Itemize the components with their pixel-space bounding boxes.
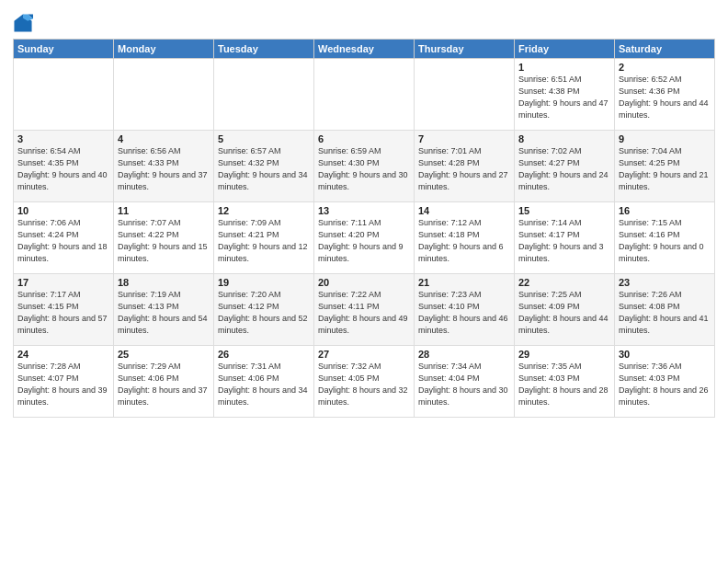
col-header-wednesday: Wednesday	[314, 40, 415, 59]
day-info: Sunrise: 7:29 AM Sunset: 4:06 PM Dayligh…	[118, 361, 210, 408]
day-cell: 26Sunrise: 7:31 AM Sunset: 4:06 PM Dayli…	[214, 346, 314, 418]
day-number: 22	[518, 277, 610, 288]
day-cell: 24Sunrise: 7:28 AM Sunset: 4:07 PM Dayli…	[14, 346, 114, 418]
day-info: Sunrise: 6:54 AM Sunset: 4:35 PM Dayligh…	[17, 145, 109, 193]
day-number: 15	[518, 205, 610, 216]
day-cell: 17Sunrise: 7:17 AM Sunset: 4:15 PM Dayli…	[14, 274, 114, 346]
day-number: 24	[17, 349, 109, 360]
day-cell: 2Sunrise: 6:52 AM Sunset: 4:36 PM Daylig…	[615, 59, 715, 131]
day-number: 21	[418, 277, 510, 288]
day-number: 14	[418, 205, 510, 216]
day-info: Sunrise: 7:34 AM Sunset: 4:04 PM Dayligh…	[418, 361, 510, 408]
day-cell: 18Sunrise: 7:19 AM Sunset: 4:13 PM Dayli…	[114, 274, 214, 346]
day-cell: 25Sunrise: 7:29 AM Sunset: 4:06 PM Dayli…	[114, 346, 214, 418]
day-cell: 22Sunrise: 7:25 AM Sunset: 4:09 PM Dayli…	[515, 274, 615, 346]
day-info: Sunrise: 7:19 AM Sunset: 4:13 PM Dayligh…	[118, 289, 210, 337]
day-info: Sunrise: 7:12 AM Sunset: 4:18 PM Dayligh…	[418, 217, 510, 265]
day-number: 25	[118, 349, 210, 360]
day-number: 29	[518, 349, 610, 360]
page: SundayMondayTuesdayWednesdayThursdayFrid…	[0, 0, 728, 563]
day-number: 17	[17, 277, 109, 288]
day-number: 19	[218, 277, 310, 288]
day-cell: 12Sunrise: 7:09 AM Sunset: 4:21 PM Dayli…	[214, 202, 314, 274]
day-cell: 11Sunrise: 7:07 AM Sunset: 4:22 PM Dayli…	[114, 202, 214, 274]
day-info: Sunrise: 7:01 AM Sunset: 4:28 PM Dayligh…	[418, 145, 510, 193]
day-number: 6	[318, 133, 410, 144]
day-info: Sunrise: 7:06 AM Sunset: 4:24 PM Dayligh…	[17, 217, 109, 265]
day-cell: 16Sunrise: 7:15 AM Sunset: 4:16 PM Dayli…	[615, 202, 715, 274]
day-info: Sunrise: 7:17 AM Sunset: 4:15 PM Dayligh…	[17, 289, 109, 337]
day-number: 30	[619, 349, 711, 360]
day-info: Sunrise: 7:09 AM Sunset: 4:21 PM Dayligh…	[218, 217, 310, 265]
day-number: 4	[118, 133, 210, 144]
day-number: 26	[218, 349, 310, 360]
col-header-sunday: Sunday	[14, 40, 114, 59]
day-number: 28	[418, 349, 510, 360]
day-cell: 28Sunrise: 7:34 AM Sunset: 4:04 PM Dayli…	[415, 346, 515, 418]
day-cell: 15Sunrise: 7:14 AM Sunset: 4:17 PM Dayli…	[515, 202, 615, 274]
day-number: 7	[418, 133, 510, 144]
week-row-3: 17Sunrise: 7:17 AM Sunset: 4:15 PM Dayli…	[14, 274, 715, 346]
day-cell: 4Sunrise: 6:56 AM Sunset: 4:33 PM Daylig…	[114, 131, 214, 202]
day-cell	[415, 59, 515, 131]
col-header-friday: Friday	[515, 40, 615, 59]
day-cell: 1Sunrise: 6:51 AM Sunset: 4:38 PM Daylig…	[515, 59, 615, 131]
day-info: Sunrise: 7:26 AM Sunset: 4:08 PM Dayligh…	[619, 289, 711, 337]
day-cell: 14Sunrise: 7:12 AM Sunset: 4:18 PM Dayli…	[415, 202, 515, 274]
day-info: Sunrise: 6:56 AM Sunset: 4:33 PM Dayligh…	[118, 145, 210, 193]
col-header-tuesday: Tuesday	[214, 40, 314, 59]
day-cell: 30Sunrise: 7:36 AM Sunset: 4:03 PM Dayli…	[615, 346, 715, 418]
day-cell: 8Sunrise: 7:02 AM Sunset: 4:27 PM Daylig…	[515, 131, 615, 202]
header	[13, 9, 715, 33]
day-info: Sunrise: 7:07 AM Sunset: 4:22 PM Dayligh…	[118, 217, 210, 265]
day-info: Sunrise: 7:31 AM Sunset: 4:06 PM Dayligh…	[218, 361, 310, 408]
day-number: 9	[619, 133, 711, 144]
day-info: Sunrise: 7:25 AM Sunset: 4:09 PM Dayligh…	[518, 289, 610, 337]
day-number: 5	[218, 133, 310, 144]
day-number: 27	[318, 349, 410, 360]
day-number: 12	[218, 205, 310, 216]
week-row-4: 24Sunrise: 7:28 AM Sunset: 4:07 PM Dayli…	[14, 346, 715, 418]
week-row-2: 10Sunrise: 7:06 AM Sunset: 4:24 PM Dayli…	[14, 202, 715, 274]
day-number: 1	[518, 62, 610, 73]
day-cell: 7Sunrise: 7:01 AM Sunset: 4:28 PM Daylig…	[415, 131, 515, 202]
day-cell	[314, 59, 415, 131]
day-number: 13	[318, 205, 410, 216]
day-info: Sunrise: 7:35 AM Sunset: 4:03 PM Dayligh…	[518, 361, 610, 408]
day-cell: 10Sunrise: 7:06 AM Sunset: 4:24 PM Dayli…	[14, 202, 114, 274]
day-cell	[14, 59, 114, 131]
calendar-table: SundayMondayTuesdayWednesdayThursdayFrid…	[13, 39, 715, 418]
col-header-saturday: Saturday	[615, 40, 715, 59]
day-info: Sunrise: 7:22 AM Sunset: 4:11 PM Dayligh…	[318, 289, 410, 337]
week-row-0: 1Sunrise: 6:51 AM Sunset: 4:38 PM Daylig…	[14, 59, 715, 131]
day-info: Sunrise: 6:51 AM Sunset: 4:38 PM Dayligh…	[518, 74, 610, 121]
day-number: 23	[619, 277, 711, 288]
day-number: 10	[17, 205, 109, 216]
col-header-monday: Monday	[114, 40, 214, 59]
day-info: Sunrise: 7:11 AM Sunset: 4:20 PM Dayligh…	[318, 217, 410, 265]
day-cell: 13Sunrise: 7:11 AM Sunset: 4:20 PM Dayli…	[314, 202, 415, 274]
day-cell: 29Sunrise: 7:35 AM Sunset: 4:03 PM Dayli…	[515, 346, 615, 418]
day-info: Sunrise: 6:57 AM Sunset: 4:32 PM Dayligh…	[218, 145, 310, 193]
day-info: Sunrise: 7:32 AM Sunset: 4:05 PM Dayligh…	[318, 361, 410, 408]
day-info: Sunrise: 7:28 AM Sunset: 4:07 PM Dayligh…	[17, 361, 109, 408]
day-info: Sunrise: 7:15 AM Sunset: 4:16 PM Dayligh…	[619, 217, 711, 265]
day-cell: 3Sunrise: 6:54 AM Sunset: 4:35 PM Daylig…	[14, 131, 114, 202]
day-info: Sunrise: 7:04 AM Sunset: 4:25 PM Dayligh…	[619, 145, 711, 193]
day-cell: 27Sunrise: 7:32 AM Sunset: 4:05 PM Dayli…	[314, 346, 415, 418]
day-number: 8	[518, 133, 610, 144]
day-cell: 20Sunrise: 7:22 AM Sunset: 4:11 PM Dayli…	[314, 274, 415, 346]
logo	[13, 13, 37, 33]
header-row: SundayMondayTuesdayWednesdayThursdayFrid…	[14, 40, 715, 59]
day-cell: 21Sunrise: 7:23 AM Sunset: 4:10 PM Dayli…	[415, 274, 515, 346]
day-info: Sunrise: 7:14 AM Sunset: 4:17 PM Dayligh…	[518, 217, 610, 265]
day-cell: 19Sunrise: 7:20 AM Sunset: 4:12 PM Dayli…	[214, 274, 314, 346]
day-cell: 6Sunrise: 6:59 AM Sunset: 4:30 PM Daylig…	[314, 131, 415, 202]
day-cell: 9Sunrise: 7:04 AM Sunset: 4:25 PM Daylig…	[615, 131, 715, 202]
day-number: 3	[17, 133, 109, 144]
day-number: 20	[318, 277, 410, 288]
day-number: 2	[619, 62, 711, 73]
col-header-thursday: Thursday	[415, 40, 515, 59]
day-cell	[214, 59, 314, 131]
day-info: Sunrise: 7:23 AM Sunset: 4:10 PM Dayligh…	[418, 289, 510, 337]
